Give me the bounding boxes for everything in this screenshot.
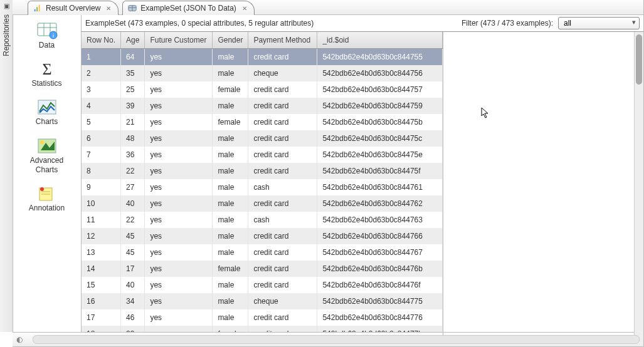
cell-id_oid[interactable]: 542bdb62e4b0d63b0c84476f [317,277,443,293]
cell-age[interactable]: 25 [121,81,145,98]
cell-row_no[interactable]: 3 [82,81,121,98]
column-header-age[interactable]: Age [121,32,145,49]
cell-age[interactable]: 21 [121,114,145,130]
cell-age[interactable]: 36 [121,147,145,163]
cell-id_oid[interactable]: 542bdb62e4b0d63b0c844759 [317,98,443,114]
tab-exampleset-json[interactable]: ExampleSet (JSON To Data) ✕ [122,1,255,15]
cell-gender[interactable]: male [213,212,248,228]
horizontal-scrollbar[interactable] [33,335,640,344]
cell-id_oid[interactable]: 542bdb62e4b0d63b0c844775 [317,293,443,309]
cell-row_no[interactable]: 5 [82,114,121,130]
cell-age[interactable]: 27 [121,179,145,195]
cell-id_oid[interactable]: 542bdb62e4b0d63b0c844762 [317,195,443,212]
nav-data[interactable]: i Data [13,20,82,51]
cell-row_no[interactable]: 10 [82,195,121,212]
table-row[interactable]: 1417yesfemalecredit card542bdb62e4b0d63b… [82,261,443,277]
cell-age[interactable]: 46 [121,309,145,326]
cell-id_oid[interactable]: 542bdb62e4b0d63b0c844763 [317,212,443,228]
cell-id_oid[interactable]: 542bdb62e4b0d63b0c844755 [317,49,443,66]
cell-row_no[interactable]: 6 [82,130,121,147]
cell-payment_method[interactable]: credit card [248,309,317,326]
table-row[interactable]: 1540yesmalecredit card542bdb62e4b0d63b0c… [82,277,443,293]
cell-row_no[interactable]: 11 [82,212,121,228]
cell-row_no[interactable]: 9 [82,179,121,195]
cell-gender[interactable]: male [213,65,248,81]
cell-id_oid[interactable]: 542bdb62e4b0d63b0c84475f [317,163,443,179]
cell-id_oid[interactable]: 542bdb62e4b0d63b0c84476b [317,261,443,277]
cell-row_no[interactable]: 17 [82,309,121,326]
cell-age[interactable]: 48 [121,130,145,147]
column-header-payment_method[interactable]: Payment Method [248,32,317,49]
cell-gender[interactable]: male [213,195,248,212]
table-row[interactable]: 1746yesmalecredit card542bdb62e4b0d63b0c… [82,309,443,326]
cell-payment_method[interactable]: cash [248,212,317,228]
cell-gender[interactable]: male [213,179,248,195]
cell-age[interactable]: 22 [121,163,145,179]
repositories-dock[interactable]: ▣ Repositories [0,0,13,332]
cell-gender[interactable]: female [213,114,248,130]
cell-payment_method[interactable]: cash [248,179,317,195]
cell-payment_method[interactable]: credit card [248,228,317,244]
cell-age[interactable]: 35 [121,65,145,81]
cell-gender[interactable]: female [213,261,248,277]
cell-payment_method[interactable]: cheque [248,293,317,309]
table-row[interactable]: 736yesmalecredit card542bdb62e4b0d63b0c8… [82,147,443,163]
cell-payment_method[interactable]: credit card [248,277,317,293]
cell-payment_method[interactable]: credit card [248,261,317,277]
cell-gender[interactable]: male [213,130,248,147]
cell-future_customer[interactable]: yes [145,277,213,293]
cell-row_no[interactable]: 15 [82,277,121,293]
cell-future_customer[interactable]: yes [145,147,213,163]
cell-future_customer[interactable]: yes [145,65,213,81]
cell-age[interactable]: 45 [121,244,145,261]
cell-future_customer[interactable]: yes [145,163,213,179]
table-row[interactable]: 439yesmalecredit card542bdb62e4b0d63b0c8… [82,98,443,114]
cell-row_no[interactable]: 8 [82,163,121,179]
column-header-future_customer[interactable]: Future Customer [145,32,213,49]
table-row[interactable]: 1245yesmalecredit card542bdb62e4b0d63b0c… [82,228,443,244]
cell-gender[interactable]: male [213,244,248,261]
cell-gender[interactable]: male [213,293,248,309]
vertical-scrollbar[interactable] [634,32,643,342]
tab-result-overview[interactable]: Result Overview ✕ [28,1,119,15]
nav-charts[interactable]: Charts [13,96,82,127]
cell-id_oid[interactable]: 542bdb62e4b0d63b0c844761 [317,179,443,195]
cell-payment_method[interactable]: credit card [248,49,317,66]
table-row[interactable]: 325yesfemalecredit card542bdb62e4b0d63b0… [82,81,443,98]
cell-gender[interactable]: male [213,228,248,244]
table-row[interactable]: 521yesfemalecredit card542bdb62e4b0d63b0… [82,114,443,130]
cell-age[interactable]: 40 [121,195,145,212]
expand-icon[interactable]: ◐ [16,335,23,344]
cell-row_no[interactable]: 1 [82,49,121,66]
cell-future_customer[interactable]: yes [145,293,213,309]
cell-payment_method[interactable]: credit card [248,195,317,212]
filter-select[interactable]: all [558,17,640,29]
cell-age[interactable]: 45 [121,228,145,244]
table-row[interactable]: 164yesmalecredit card542bdb62e4b0d63b0c8… [82,49,443,66]
cell-age[interactable]: 22 [121,212,145,228]
cell-age[interactable]: 34 [121,293,145,309]
cell-future_customer[interactable]: yes [145,81,213,98]
table-row[interactable]: 1345yesmalecredit card542bdb62e4b0d63b0c… [82,244,443,261]
column-header-id_oid[interactable]: _id.$oid [317,32,443,49]
cell-gender[interactable]: male [213,49,248,66]
cell-payment_method[interactable]: credit card [248,98,317,114]
cell-payment_method[interactable]: credit card [248,81,317,98]
scroll-thumb[interactable] [636,34,642,85]
cell-payment_method[interactable]: credit card [248,244,317,261]
cell-id_oid[interactable]: 542bdb62e4b0d63b0c844757 [317,81,443,98]
column-header-row_no[interactable]: Row No. [82,32,121,49]
nav-annotation[interactable]: Annotation [13,183,82,214]
cell-age[interactable]: 39 [121,98,145,114]
cell-gender[interactable]: male [213,277,248,293]
cell-row_no[interactable]: 13 [82,244,121,261]
cell-id_oid[interactable]: 542bdb62e4b0d63b0c844776 [317,309,443,326]
cell-gender[interactable]: male [213,163,248,179]
cell-age[interactable]: 64 [121,49,145,66]
cell-future_customer[interactable]: yes [145,49,213,66]
cell-future_customer[interactable]: yes [145,195,213,212]
nav-statistics[interactable]: Σ Statistics [13,58,82,89]
cell-future_customer[interactable]: yes [145,130,213,147]
column-header-gender[interactable]: Gender [213,32,248,49]
cell-payment_method[interactable]: cheque [248,65,317,81]
